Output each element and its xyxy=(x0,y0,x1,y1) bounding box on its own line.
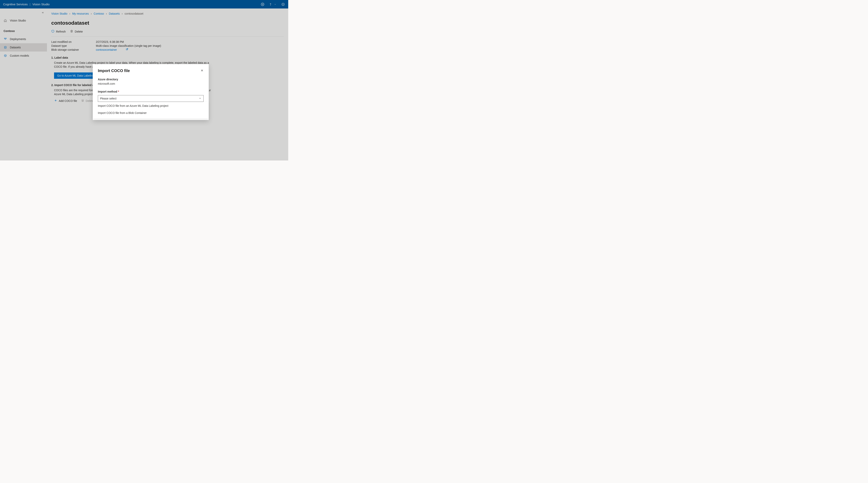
import-method-select[interactable]: Please select xyxy=(98,95,204,102)
modal-overlay[interactable]: Import COCO file Azure directory microso… xyxy=(0,0,288,160)
import-method-label: Import method * xyxy=(98,90,204,93)
dropdown-option[interactable]: Import COCO file from an Azure ML Data L… xyxy=(93,102,209,109)
azure-directory-label: Azure directory xyxy=(98,78,204,81)
chevron-down-icon xyxy=(199,97,202,100)
import-method-dropdown: Import COCO file from an Azure ML Data L… xyxy=(93,102,209,118)
dialog-title: Import COCO file xyxy=(98,68,130,73)
select-placeholder: Please select xyxy=(100,97,116,100)
import-method-label-text: Import method xyxy=(98,90,117,93)
required-indicator: * xyxy=(118,90,119,93)
close-icon[interactable] xyxy=(200,69,204,73)
azure-directory-value: microsoft.com xyxy=(98,82,204,85)
import-coco-dialog: Import COCO file Azure directory microso… xyxy=(93,64,209,120)
dropdown-option[interactable]: Import COCO file from a Blob Container xyxy=(93,109,209,117)
